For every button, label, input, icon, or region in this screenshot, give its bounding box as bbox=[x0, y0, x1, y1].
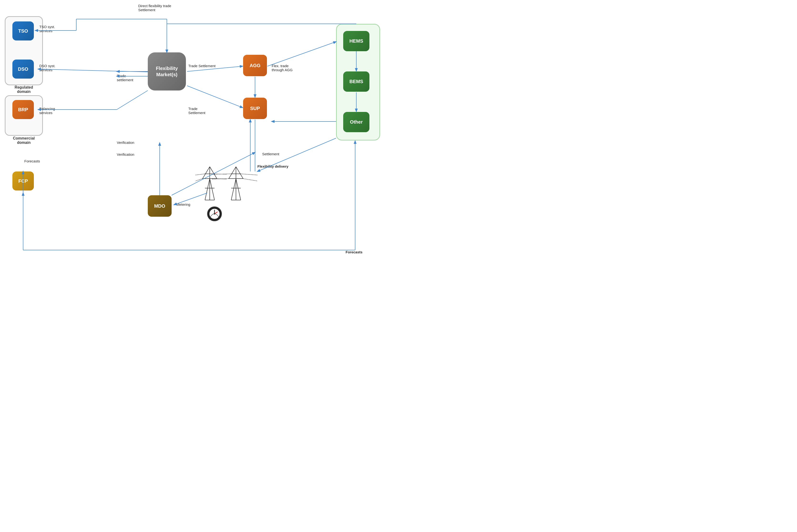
node-flex: FlexibilityMarket(s) bbox=[148, 52, 186, 91]
meter-icon bbox=[205, 205, 224, 224]
node-mdo: MDO bbox=[148, 195, 171, 217]
svg-line-2 bbox=[210, 167, 217, 178]
node-hems: HEMS bbox=[343, 31, 369, 51]
node-fcp: FCP bbox=[12, 171, 34, 191]
label-direct-flex: Direct flexibility tradeSettlement bbox=[138, 4, 171, 12]
svg-line-1 bbox=[203, 167, 210, 178]
label-balancing: Balancingservices bbox=[39, 107, 55, 115]
label-verification2: Verification bbox=[117, 152, 134, 156]
regulated-domain-label: Regulateddomain bbox=[5, 85, 43, 94]
svg-line-21 bbox=[243, 178, 257, 181]
label-trade-settlement-agg: Trade Settlement bbox=[188, 64, 216, 68]
commercial-domain-label: Commercialdomain bbox=[5, 136, 43, 145]
svg-line-14 bbox=[236, 167, 243, 178]
svg-line-6 bbox=[210, 178, 215, 200]
diagram: Regulateddomain Commercialdomain TSO DSO… bbox=[0, 0, 399, 266]
svg-line-23 bbox=[241, 174, 257, 175]
svg-line-18 bbox=[236, 178, 241, 200]
node-brp: BRP bbox=[12, 100, 34, 119]
svg-line-17 bbox=[231, 178, 236, 200]
label-flexibility-delivery: Flexibility delivery bbox=[257, 164, 288, 168]
svg-line-8 bbox=[196, 178, 203, 181]
label-metering: Metering bbox=[176, 203, 190, 207]
node-dso: DSO bbox=[12, 59, 34, 79]
label-verification1: Verification bbox=[117, 140, 134, 145]
label-forecasts-bottom: Forecasts bbox=[346, 250, 363, 254]
node-other: Other bbox=[343, 112, 369, 132]
node-agg: AGG bbox=[243, 55, 267, 76]
svg-line-35 bbox=[117, 91, 148, 110]
svg-line-10 bbox=[196, 174, 205, 175]
node-sup: SUP bbox=[243, 98, 267, 119]
svg-line-40 bbox=[267, 42, 336, 66]
label-flex-trade-agg: Flex. tradethrough AGG bbox=[272, 64, 293, 72]
node-bems: BEMS bbox=[343, 72, 369, 92]
label-tso-syst: TSO syst.services bbox=[39, 25, 55, 33]
label-trade-settlement-left: Tradesettlement bbox=[117, 74, 133, 82]
node-tso: TSO bbox=[12, 21, 34, 40]
svg-line-13 bbox=[229, 167, 236, 178]
label-trade-settlement-sup: TradeSettlement bbox=[188, 107, 205, 115]
label-dso-syst: DSO syst.services bbox=[39, 64, 56, 72]
label-settlement: Settlement bbox=[262, 152, 279, 156]
svg-line-39 bbox=[187, 86, 242, 108]
svg-line-5 bbox=[205, 178, 210, 200]
power-towers bbox=[196, 162, 257, 210]
label-forecasts-fcp: Forecasts bbox=[24, 159, 40, 163]
